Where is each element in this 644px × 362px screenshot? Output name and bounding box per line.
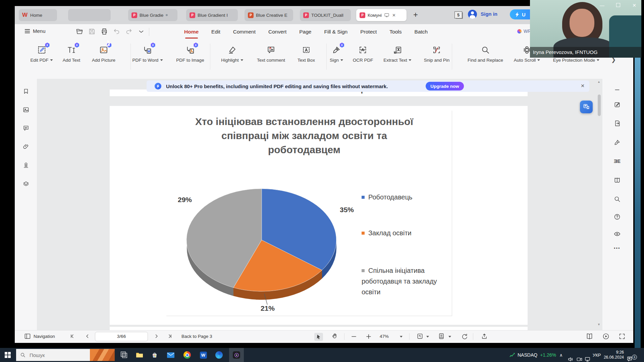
open-files-badge[interactable]: 5 bbox=[454, 11, 462, 18]
edge-icon[interactable] bbox=[212, 348, 226, 362]
play-slideshow-icon[interactable] bbox=[602, 333, 609, 340]
page-flip-icon[interactable] bbox=[614, 177, 621, 183]
undo-icon[interactable] bbox=[113, 28, 120, 35]
banner-close-icon[interactable]: ✕ bbox=[581, 83, 585, 88]
speaker-icon[interactable] bbox=[568, 352, 573, 362]
media-player-active-icon[interactable] bbox=[229, 348, 244, 362]
scroll-down-icon[interactable]: ▼ bbox=[597, 323, 600, 326]
hand-tool-icon[interactable] bbox=[331, 333, 338, 340]
menu-tools[interactable]: Tools bbox=[383, 24, 408, 40]
find-and-replace-button[interactable]: Find and Replace bbox=[468, 44, 503, 63]
edit-pdf-button[interactable]: Edit PDF bbox=[30, 44, 53, 63]
text-comment-button[interactable]: Text comment bbox=[257, 44, 285, 63]
reading-columns-icon[interactable]: ƎE bbox=[614, 158, 621, 164]
add-text-button[interactable]: Add Text bbox=[63, 44, 80, 63]
tab-doc-2[interactable]: P Blue Gradient I bbox=[186, 9, 238, 21]
chevron-down-icon[interactable] bbox=[448, 336, 451, 338]
menu-convert[interactable]: Convert bbox=[262, 24, 293, 40]
stock-widget[interactable]: NASDAQ +1.26% bbox=[509, 348, 556, 362]
save-icon[interactable] bbox=[88, 28, 96, 35]
tab-doc-active[interactable]: P Комуні ✕ bbox=[356, 9, 407, 21]
minimize-button[interactable]: — bbox=[598, 1, 606, 9]
comment-icon[interactable] bbox=[23, 125, 29, 131]
sign-button[interactable]: Sign bbox=[330, 44, 343, 63]
menu-edit[interactable]: Edit bbox=[205, 24, 227, 40]
ocr-pdf-button[interactable]: OCR PDF bbox=[353, 44, 373, 63]
menu-home[interactable]: Home bbox=[178, 24, 205, 40]
redo-icon[interactable] bbox=[125, 28, 132, 35]
highlight-button[interactable]: Highlight bbox=[221, 44, 243, 63]
navigation-panel-icon[interactable] bbox=[24, 333, 31, 340]
print-icon[interactable] bbox=[101, 28, 108, 35]
open-file-icon[interactable] bbox=[76, 28, 83, 35]
microsoft-store-icon[interactable] bbox=[147, 348, 162, 362]
rotate-icon[interactable] bbox=[461, 333, 468, 340]
tab-doc-3[interactable]: P Blue Creative E bbox=[245, 9, 293, 21]
back-to-page-button[interactable]: Back to Page 3 bbox=[181, 334, 212, 339]
edit-note-icon[interactable] bbox=[614, 101, 621, 108]
tray-show-hidden-icon[interactable]: ∧ bbox=[559, 348, 563, 362]
attachment-icon[interactable] bbox=[23, 143, 29, 150]
avatar[interactable] bbox=[468, 10, 477, 19]
prev-page-icon[interactable] bbox=[85, 333, 91, 340]
tab-close-icon[interactable]: ✕ bbox=[392, 13, 396, 18]
search-input[interactable] bbox=[29, 352, 84, 358]
floating-ai-translate-button[interactable] bbox=[580, 101, 593, 113]
chrome-icon[interactable] bbox=[180, 348, 195, 362]
fullscreen-icon[interactable] bbox=[619, 333, 626, 340]
new-tab-button[interactable]: + bbox=[413, 10, 418, 19]
file-explorer-icon[interactable] bbox=[132, 348, 147, 362]
zoom-out-icon[interactable] bbox=[351, 334, 357, 340]
pdf-to-image-button[interactable]: PDF to Image bbox=[176, 44, 204, 63]
taskbar-search[interactable] bbox=[16, 349, 115, 361]
add-picture-button[interactable]: Add Picture bbox=[92, 44, 115, 63]
sign-in-button[interactable]: Sign in bbox=[481, 11, 497, 17]
thumbnails-icon[interactable] bbox=[23, 107, 29, 113]
zoom-in-icon[interactable] bbox=[366, 334, 372, 340]
search-icon[interactable] bbox=[614, 196, 621, 202]
word-icon[interactable]: W bbox=[196, 348, 211, 362]
start-button[interactable] bbox=[5, 352, 11, 358]
pdf-to-word-button[interactable]: PDF to Word bbox=[132, 44, 163, 63]
video-carousel-chevron[interactable]: ❯ bbox=[106, 40, 111, 47]
menu-comment[interactable]: Comment bbox=[227, 24, 262, 40]
zoom-level[interactable]: 47% bbox=[380, 334, 389, 339]
language-indicator[interactable]: УКР bbox=[593, 348, 601, 362]
navigation-label[interactable]: Navigation bbox=[34, 334, 55, 339]
menu-batch[interactable]: Batch bbox=[408, 24, 434, 40]
signature-icon[interactable] bbox=[614, 139, 621, 146]
zoom-chevron-icon[interactable] bbox=[400, 336, 402, 338]
snip-and-pin-button[interactable]: Snip and Pin bbox=[424, 44, 450, 63]
last-page-icon[interactable] bbox=[167, 333, 173, 340]
collapse-icon[interactable] bbox=[614, 86, 621, 93]
tab-home[interactable]: W Home bbox=[19, 9, 57, 21]
network-icon[interactable] bbox=[585, 352, 590, 362]
news-widget-art[interactable] bbox=[90, 349, 115, 361]
task-view-button[interactable] bbox=[117, 348, 131, 362]
select-tool-active-bg[interactable] bbox=[314, 333, 323, 341]
document-viewport[interactable]: ЙОГО ПАРТНЕР ПО СПІВПРАЦЮВАННЯ. Хто ініц… bbox=[37, 79, 602, 330]
menu-protect[interactable]: Protect bbox=[354, 24, 383, 40]
scroll-up-icon[interactable]: ▲ bbox=[597, 80, 600, 83]
reading-mode-icon[interactable] bbox=[438, 333, 445, 340]
chevron-down-icon[interactable] bbox=[138, 28, 145, 35]
mail-icon[interactable] bbox=[163, 348, 178, 362]
stamp-icon[interactable] bbox=[23, 162, 29, 168]
next-page-icon[interactable] bbox=[153, 333, 159, 340]
menu-button[interactable]: Menu bbox=[33, 28, 46, 34]
tab-empty[interactable] bbox=[68, 9, 111, 21]
two-page-view-icon[interactable] bbox=[586, 333, 593, 340]
export-doc-icon[interactable] bbox=[614, 120, 621, 127]
maximize-button[interactable] bbox=[614, 1, 622, 9]
chevron-down-icon[interactable] bbox=[426, 336, 429, 338]
bookmark-icon[interactable] bbox=[23, 88, 29, 95]
eye-icon[interactable] bbox=[614, 231, 621, 237]
export-icon[interactable] bbox=[481, 333, 488, 340]
first-page-icon[interactable] bbox=[69, 333, 75, 340]
upgrade-now-button[interactable]: Upgrade now bbox=[426, 82, 464, 90]
vertical-scrollbar-thumb[interactable] bbox=[598, 95, 601, 116]
tab-doc-1[interactable]: P Blue Gradie bbox=[128, 9, 177, 21]
tab-doc-4[interactable]: P TOOLKIT_Duall bbox=[300, 9, 351, 21]
menu-hamburger-icon[interactable] bbox=[25, 29, 30, 33]
fit-page-icon[interactable] bbox=[417, 333, 423, 340]
